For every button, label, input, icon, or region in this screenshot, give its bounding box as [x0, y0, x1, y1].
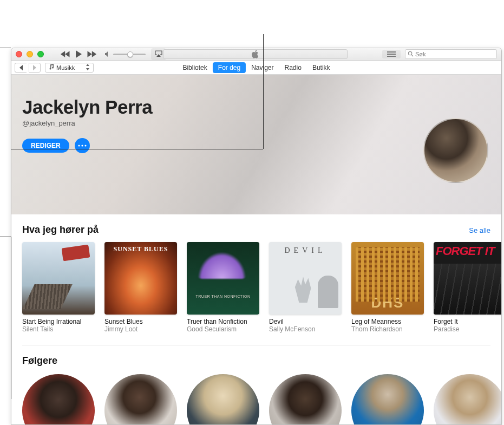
profile-name: Jackelyn Perra: [22, 96, 490, 118]
follower-avatar[interactable]: [104, 374, 177, 425]
app-window: Musikk Bibliotek For deg Naviger Radio B…: [11, 48, 502, 425]
apple-logo-icon: [251, 50, 260, 58]
follower-avatar[interactable]: [434, 374, 502, 425]
album-title: Devil: [269, 318, 342, 325]
search-icon: [408, 49, 414, 59]
tab-library[interactable]: Bibliotek: [177, 62, 212, 73]
album-row: Start Being Irrational Silent Tails Suns…: [11, 236, 501, 345]
svg-point-2: [78, 145, 80, 146]
album-artist: Paradise: [434, 325, 501, 333]
nav-forward-button[interactable]: [29, 63, 41, 73]
followers-row: [22, 374, 490, 425]
album-title: Truer than Nonfiction: [187, 318, 259, 325]
follower-avatar[interactable]: [351, 374, 424, 425]
profile-handle: @jackelyn_perra: [22, 119, 490, 127]
album-art: [22, 242, 95, 315]
chevron-updown-icon: [77, 64, 90, 71]
volume-knob[interactable]: [127, 51, 133, 57]
profile-avatar[interactable]: [423, 118, 488, 183]
svg-point-3: [81, 145, 83, 146]
tab-store[interactable]: Butikk: [307, 62, 336, 73]
album-card[interactable]: Devil Sally McFenson: [269, 242, 342, 333]
album-artist: Good Secularism: [187, 325, 259, 333]
music-note-icon: [49, 64, 54, 71]
svg-point-4: [84, 145, 86, 146]
window-maximize-button[interactable]: [37, 51, 44, 57]
tab-radio[interactable]: Radio: [279, 62, 307, 73]
listening-title: Hva jeg hører på: [22, 224, 99, 236]
content-area: Hva jeg hører på Se alle Start Being Irr…: [11, 214, 501, 425]
album-title: Start Being Irrational: [22, 318, 95, 325]
album-card[interactable]: Truer than Nonfiction Good Secularism: [187, 242, 259, 333]
ellipsis-icon: [78, 145, 87, 147]
album-card[interactable]: Sunset Blues Jimmy Loot: [104, 242, 177, 333]
album-art: [187, 242, 259, 315]
window-close-button[interactable]: [16, 51, 22, 57]
album-artist: Jimmy Loot: [104, 325, 177, 333]
up-next-button[interactable]: [382, 50, 401, 58]
volume-icon: [104, 51, 111, 57]
previous-track-button[interactable]: [60, 50, 71, 58]
titlebar: [11, 48, 501, 61]
album-artist: Sally McFenson: [269, 325, 342, 333]
album-art: [351, 242, 424, 315]
svg-point-0: [408, 51, 411, 55]
navbar: Musikk Bibliotek For deg Naviger Radio B…: [11, 61, 501, 75]
album-art: PA: [434, 242, 501, 315]
album-card[interactable]: PA Forget It Paradise: [434, 242, 501, 333]
media-type-selector[interactable]: Musikk: [45, 63, 94, 73]
media-type-label: Musikk: [56, 64, 75, 71]
album-art: [104, 242, 177, 315]
album-title: Sunset Blues: [104, 318, 177, 325]
followers-title: Følgere: [22, 355, 490, 367]
tab-for-you[interactable]: For deg: [213, 62, 246, 73]
album-card[interactable]: Start Being Irrational Silent Tails: [22, 242, 95, 333]
search-input[interactable]: [415, 51, 494, 57]
album-artist: Silent Tails: [22, 325, 95, 333]
nav-back-button[interactable]: [15, 63, 27, 73]
profile-header: Jackelyn Perra @jackelyn_perra REDIGER: [11, 75, 501, 214]
album-title: Forget It: [434, 318, 501, 325]
see-all-link[interactable]: Se alle: [469, 226, 490, 234]
profile-actions: REDIGER: [22, 138, 490, 153]
album-title: Leg of Meanness: [351, 318, 424, 325]
follower-avatar[interactable]: [187, 374, 259, 425]
traffic-lights: [16, 51, 44, 57]
next-track-button[interactable]: [86, 50, 97, 58]
listening-section-header: Hva jeg hører på Se alle: [11, 224, 501, 236]
play-button[interactable]: [74, 50, 83, 58]
volume-slider[interactable]: [113, 54, 146, 55]
main-tabs: Bibliotek For deg Naviger Radio Butikk: [177, 62, 335, 73]
album-art: [269, 242, 342, 315]
search-field[interactable]: [405, 49, 497, 59]
followers-section: Følgere: [11, 345, 501, 425]
window-minimize-button[interactable]: [27, 51, 33, 57]
follower-avatar[interactable]: [22, 374, 95, 425]
more-options-button[interactable]: [75, 138, 90, 153]
tab-browse[interactable]: Naviger: [246, 62, 279, 73]
playback-controls: [60, 50, 97, 58]
follower-avatar[interactable]: [269, 374, 342, 425]
edit-profile-button[interactable]: REDIGER: [22, 139, 69, 153]
album-card[interactable]: Leg of Meanness Thom Richardson: [351, 242, 424, 333]
svg-line-1: [411, 55, 413, 56]
volume-control[interactable]: [104, 51, 146, 57]
now-playing-lcd: [163, 49, 348, 59]
album-artist: Thom Richardson: [351, 325, 424, 333]
